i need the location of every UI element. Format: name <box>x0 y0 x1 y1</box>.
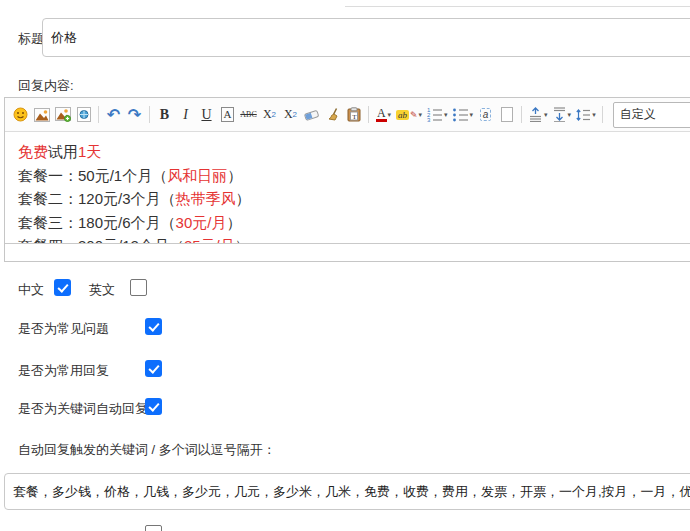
editor-text-segment: 1天 <box>78 143 101 160</box>
chevron-down-icon: ▾ <box>568 111 572 119</box>
reply-content-label: 回复内容: <box>18 77 74 95</box>
highlight-icon[interactable]: ab✎▾ <box>394 103 424 127</box>
unordered-list-icon[interactable]: ▾ <box>450 103 476 127</box>
option-checkbox[interactable] <box>145 360 162 377</box>
option-label: 是否为常见问题 <box>18 320 109 338</box>
toolbar-separator <box>368 106 369 123</box>
ordered-list-icon[interactable]: 123▾ <box>424 103 450 127</box>
editor-text-segment: 30元/月 <box>176 214 227 231</box>
rich-text-editor: ↶↷BIUAABCX2X2TA▾ab✎▾123▾▾a▾▾▾ 自定义 免费试用1天… <box>4 97 690 262</box>
english-label: 英文 <box>89 281 115 299</box>
toolbar-separator <box>602 106 603 123</box>
subscript-icon[interactable]: X2 <box>280 103 301 127</box>
italic-icon[interactable]: I <box>175 103 196 127</box>
emoticon-icon[interactable] <box>10 103 31 127</box>
clear-format-icon[interactable] <box>322 103 343 127</box>
option-checkbox[interactable] <box>145 398 162 415</box>
keywords-label: 自动回复触发的关键词 / 多个词以逗号隔开： <box>18 441 276 459</box>
option-label: 是否为关键词自动回复 <box>18 400 148 418</box>
chevron-down-icon: ▾ <box>470 111 474 119</box>
editor-text-segment: 风和日丽 <box>167 167 227 184</box>
chinese-label: 中文 <box>18 281 44 299</box>
underline-icon[interactable]: U <box>196 103 217 127</box>
option-checkbox[interactable] <box>145 318 162 335</box>
keywords-input[interactable] <box>4 473 690 510</box>
paragraph-space-before-icon[interactable]: ▾ <box>526 103 550 127</box>
eraser-icon[interactable] <box>301 103 322 127</box>
chevron-down-icon: ▾ <box>388 111 392 119</box>
new-page-icon[interactable] <box>496 103 517 127</box>
editor-text-segment: 免费 <box>18 143 48 160</box>
option-row: 是否为常见问题 <box>0 318 690 336</box>
auto-reply-form: 标题: 回复内容: ↶↷BIUAABCX2X2TA▾ab✎▾123▾▾a▾▾▾ … <box>0 0 690 531</box>
english-checkbox[interactable] <box>130 279 147 296</box>
bold-icon[interactable]: B <box>154 103 175 127</box>
editor-text-line: 免费试用1天 <box>18 140 690 164</box>
strikethrough-icon[interactable]: ABC <box>238 103 259 127</box>
editor-text-line: 套餐二：120元/3个月（热带季风） <box>18 187 690 211</box>
toolbar-separator <box>521 106 522 123</box>
paragraph-format-select[interactable]: 自定义 <box>613 102 690 128</box>
chevron-down-icon: ▾ <box>544 111 548 119</box>
media-icon[interactable] <box>73 103 94 127</box>
multi-image-icon[interactable] <box>52 103 73 127</box>
chevron-down-icon: ▾ <box>419 111 423 119</box>
option-row: 是否为常用回复 <box>0 360 690 378</box>
partial-element-edge <box>345 6 690 7</box>
option-label: 是否为常用回复 <box>18 362 109 380</box>
toolbar-separator <box>98 106 99 123</box>
superscript-icon[interactable]: X2 <box>259 103 280 127</box>
partial-checkbox[interactable] <box>145 525 162 531</box>
option-row: 是否为关键词自动回复 <box>0 398 690 416</box>
toolbar-icons-group: ↶↷BIUAABCX2X2TA▾ab✎▾123▾▾a▾▾▾ <box>10 103 607 127</box>
editor-text-segment: ） <box>235 237 250 244</box>
editor-content[interactable]: 免费试用1天套餐一：50元/1个月（风和日丽）套餐二：120元/3个月（热带季风… <box>5 132 690 244</box>
editor-text-segment: 套餐二：120元/3个月（ <box>18 190 176 207</box>
toolbar-separator <box>149 106 150 123</box>
editor-text-segment: 25元/月 <box>184 237 235 244</box>
chinese-checkbox[interactable] <box>54 279 71 296</box>
editor-text-segment: ） <box>226 214 241 231</box>
font-name-icon[interactable]: A <box>217 103 238 127</box>
image-icon[interactable] <box>31 103 52 127</box>
editor-text-segment: 热带季风 <box>176 190 236 207</box>
title-input[interactable] <box>42 18 690 57</box>
editor-text-segment: ） <box>236 190 251 207</box>
editor-text-segment: ） <box>227 167 242 184</box>
editor-text-segment: 套餐三：180元/6个月（ <box>18 214 176 231</box>
editor-text-line: 套餐三：180元/6个月（30元/月） <box>18 211 690 235</box>
chevron-down-icon: ▾ <box>592 111 596 119</box>
editor-text-line: 套餐四：300元/12个月（25元/月） <box>18 234 690 244</box>
editor-text-segment: 套餐一：50元/1个月（ <box>18 167 167 184</box>
redo-icon[interactable]: ↷ <box>124 103 145 127</box>
anchor-icon[interactable]: a <box>475 103 496 127</box>
svg-text:3: 3 <box>427 117 431 122</box>
editor-toolbar: ↶↷BIUAABCX2X2TA▾ab✎▾123▾▾a▾▾▾ 自定义 <box>5 98 690 132</box>
paste-plain-text-icon[interactable]: T <box>343 103 364 127</box>
editor-text-segment: 套餐四：300元/12个月（ <box>18 237 184 244</box>
paragraph-space-after-icon[interactable]: ▾ <box>550 103 574 127</box>
chevron-down-icon: ▾ <box>444 111 448 119</box>
editor-statusbar[interactable] <box>5 244 690 260</box>
line-height-icon[interactable]: ▾ <box>573 103 598 127</box>
svg-text:T: T <box>352 113 357 121</box>
editor-text-line: 套餐一：50元/1个月（风和日丽） <box>18 164 690 188</box>
undo-icon[interactable]: ↶ <box>103 103 124 127</box>
editor-text-segment: 试用 <box>48 143 78 160</box>
font-color-icon[interactable]: A▾ <box>373 103 394 127</box>
